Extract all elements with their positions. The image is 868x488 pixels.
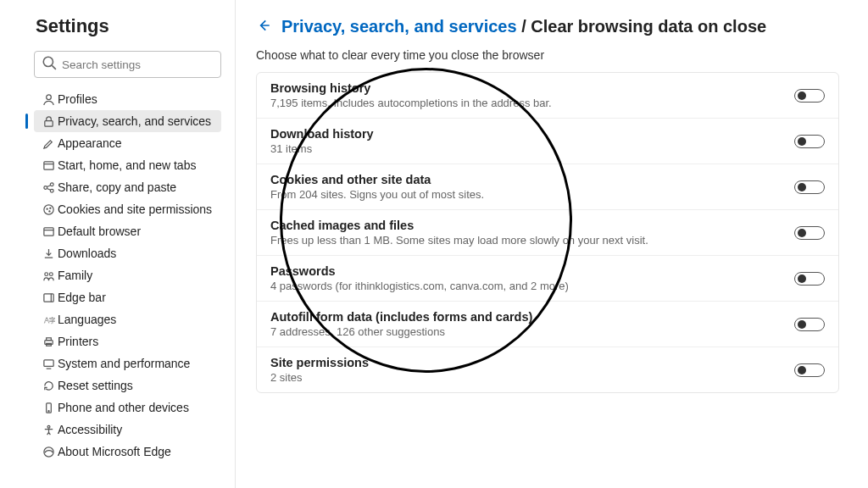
edge-icon bbox=[39, 446, 58, 458]
row-sub: 4 passwords (for ithinklogistics.com, ca… bbox=[270, 280, 777, 292]
svg-point-13 bbox=[49, 208, 50, 208]
sidebar-item-downloads[interactable]: Downloads bbox=[34, 242, 221, 264]
svg-point-17 bbox=[44, 272, 47, 275]
sidebar-item-profiles[interactable]: Profiles bbox=[34, 88, 221, 110]
svg-point-8 bbox=[50, 189, 53, 192]
svg-rect-24 bbox=[46, 337, 51, 340]
breadcrumb: Privacy, search, and services / Clear br… bbox=[256, 17, 839, 36]
family-icon bbox=[39, 269, 58, 282]
svg-point-0 bbox=[43, 57, 53, 66]
svg-line-10 bbox=[47, 188, 50, 190]
svg-point-12 bbox=[47, 208, 47, 209]
svg-point-30 bbox=[47, 425, 50, 428]
main-content: Privacy, search, and services / Clear br… bbox=[236, 0, 868, 488]
sidebar-nav: Profiles Privacy, search, and services A… bbox=[34, 88, 221, 463]
accessibility-icon bbox=[39, 424, 58, 436]
sidebar-item-share[interactable]: Share, copy and paste bbox=[34, 176, 221, 198]
toggle-browsing-history[interactable] bbox=[794, 89, 825, 103]
row-title: Cookies and other site data bbox=[270, 173, 777, 186]
settings-sidebar: Settings Profiles Privacy, search, and s… bbox=[0, 0, 236, 488]
svg-point-18 bbox=[49, 272, 53, 275]
sidebar-item-label: Cookies and site permissions bbox=[58, 202, 212, 216]
sidebar-item-label: Printers bbox=[58, 335, 98, 348]
sidebar-item-label: Edge bar bbox=[58, 291, 106, 304]
sidebar-item-label: Privacy, search, and services bbox=[58, 114, 211, 128]
svg-rect-26 bbox=[43, 359, 53, 366]
sidebar-item-label: Languages bbox=[58, 313, 116, 326]
breadcrumb-sep: / bbox=[517, 17, 531, 36]
row-sub: 7 addresses, 126 other suggestions bbox=[270, 325, 777, 338]
sidebar-item-edgebar[interactable]: Edge bar bbox=[34, 286, 221, 308]
row-sub: Frees up less than 1 MB. Some sites may … bbox=[270, 234, 777, 247]
browser-icon bbox=[39, 225, 58, 238]
row-title: Browsing history bbox=[270, 81, 777, 95]
sidebar-item-label: System and performance bbox=[58, 357, 190, 370]
svg-point-29 bbox=[47, 410, 48, 411]
printer-icon bbox=[39, 336, 58, 348]
phone-icon bbox=[39, 402, 58, 414]
share-icon bbox=[39, 181, 58, 194]
sidebar-item-label: Reset settings bbox=[58, 379, 133, 392]
sidebar-item-system[interactable]: System and performance bbox=[34, 352, 221, 374]
toggle-site-permissions[interactable] bbox=[794, 363, 825, 377]
row-title: Autofill form data (includes forms and c… bbox=[270, 310, 777, 324]
row-title: Cached images and files bbox=[270, 219, 777, 232]
sidebar-item-appearance[interactable]: Appearance bbox=[34, 132, 221, 154]
toggle-passwords[interactable] bbox=[794, 272, 825, 286]
search-input[interactable] bbox=[57, 58, 214, 71]
page-title: Settings bbox=[36, 15, 221, 37]
svg-point-14 bbox=[48, 210, 49, 211]
row-sub: 7,195 items. Includes autocompletions in… bbox=[270, 97, 777, 109]
sidebar-item-label: About Microsoft Edge bbox=[58, 445, 171, 458]
row-download-history: Download history 31 items bbox=[257, 119, 838, 164]
row-sub: From 204 sites. Signs you out of most si… bbox=[270, 188, 777, 201]
row-cookies: Cookies and other site data From 204 sit… bbox=[257, 164, 838, 210]
breadcrumb-parent[interactable]: Privacy, search, and services bbox=[281, 17, 517, 36]
back-button[interactable] bbox=[256, 18, 271, 36]
svg-rect-4 bbox=[43, 161, 53, 169]
sidebar-item-reset[interactable]: Reset settings bbox=[34, 374, 221, 396]
svg-point-7 bbox=[50, 182, 53, 186]
lock-icon bbox=[39, 115, 58, 128]
sidebar-item-label: Appearance bbox=[58, 136, 122, 150]
row-browsing-history: Browsing history 7,195 items. Includes a… bbox=[257, 73, 838, 119]
row-autofill: Autofill form data (includes forms and c… bbox=[257, 302, 838, 347]
sidebar-item-privacy[interactable]: Privacy, search, and services bbox=[34, 110, 221, 132]
sidebar-item-label: Family bbox=[58, 269, 92, 282]
toggle-cookies[interactable] bbox=[794, 180, 825, 194]
search-settings[interactable] bbox=[34, 51, 221, 78]
tab-icon bbox=[39, 159, 58, 172]
svg-rect-3 bbox=[44, 120, 52, 126]
sidebar-item-label: Share, copy and paste bbox=[58, 180, 176, 194]
toggle-autofill[interactable] bbox=[794, 318, 825, 331]
sidebar-item-label: Accessibility bbox=[58, 423, 122, 436]
search-icon bbox=[42, 55, 57, 74]
svg-rect-15 bbox=[43, 227, 53, 235]
svg-point-6 bbox=[43, 186, 47, 189]
sidebar-item-phone[interactable]: Phone and other devices bbox=[34, 396, 221, 419]
sidebar-item-default-browser[interactable]: Default browser bbox=[34, 220, 221, 242]
sidebar-item-label: Downloads bbox=[58, 247, 116, 260]
svg-text:字: 字 bbox=[48, 317, 55, 324]
sidebar-item-cookies[interactable]: Cookies and site permissions bbox=[34, 198, 221, 220]
edgebar-icon bbox=[39, 291, 58, 304]
svg-line-1 bbox=[52, 65, 56, 69]
breadcrumb-current: Clear browsing data on close bbox=[531, 17, 766, 36]
svg-point-11 bbox=[43, 204, 53, 214]
row-sub: 31 items bbox=[270, 142, 777, 155]
sidebar-item-printers[interactable]: Printers bbox=[34, 330, 221, 352]
toggle-download-history[interactable] bbox=[794, 135, 825, 148]
sidebar-item-family[interactable]: Family bbox=[34, 264, 221, 286]
system-icon bbox=[39, 358, 58, 370]
sidebar-item-languages[interactable]: A字 Languages bbox=[34, 308, 221, 330]
sidebar-item-label: Profiles bbox=[58, 92, 97, 106]
toggle-cache[interactable] bbox=[794, 226, 825, 240]
row-sub: 2 sites bbox=[270, 371, 777, 384]
sidebar-item-accessibility[interactable]: Accessibility bbox=[34, 419, 221, 441]
row-cache: Cached images and files Frees up less th… bbox=[257, 210, 838, 256]
sidebar-item-start[interactable]: Start, home, and new tabs bbox=[34, 154, 221, 176]
language-icon: A字 bbox=[39, 313, 58, 326]
clear-on-close-panel: Browsing history 7,195 items. Includes a… bbox=[256, 72, 839, 393]
download-icon bbox=[39, 247, 58, 260]
sidebar-item-about[interactable]: About Microsoft Edge bbox=[34, 441, 221, 463]
